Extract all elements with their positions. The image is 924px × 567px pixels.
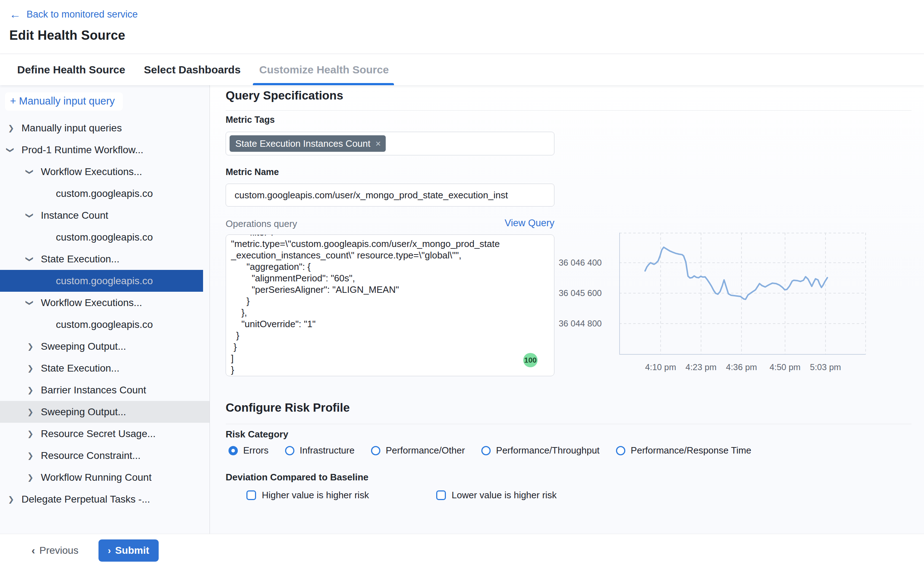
metric-tags-label: Metric Tags (225, 114, 275, 125)
metric-name-label: Metric Name (225, 167, 279, 177)
tree-item-instance-count[interactable]: ❯Instance Count (0, 204, 209, 226)
radio-icon[interactable] (285, 446, 294, 455)
radio-icon[interactable] (228, 446, 238, 455)
chevron-right-icon[interactable]: ❯ (27, 386, 41, 394)
tree-item-manually-input-queries[interactable]: ❯Manually input queries (0, 117, 209, 139)
tree-item-label: State Execution... (41, 363, 119, 374)
tree-item-label: Delegate Perpetual Tasks -... (21, 494, 150, 505)
tab-bar: Define Health SourceSelect DashboardsCus… (0, 54, 924, 85)
tree-item-label: Manually input queries (21, 122, 122, 134)
tree-item-state-execution[interactable]: ❯State Execution... (0, 248, 209, 270)
query-tree: ❯Manually input queries❯Prod-1 Runtime W… (0, 117, 209, 510)
metric-tag-chip[interactable]: State Execution Instances Count × (230, 135, 386, 152)
metric-series-line (645, 248, 827, 300)
metric-tags-input[interactable]: State Execution Instances Count × (225, 132, 554, 155)
tree-item-label: Instance Count (41, 210, 108, 221)
metric-name-input[interactable]: custom.googleapis.com/user/x_mongo_prod_… (225, 184, 554, 207)
query-sidebar: + Manually input query ❯Manually input q… (0, 85, 210, 534)
x-axis-tick-label: 5:03 pm (801, 362, 850, 372)
chevron-right-icon[interactable]: ❯ (27, 342, 41, 351)
chevron-right-icon[interactable]: ❯ (27, 452, 41, 460)
tree-item-label: custom.googleapis.co (56, 232, 153, 243)
tree-item-state-execution[interactable]: ❯State Execution... (0, 357, 209, 379)
line-chart-svg (619, 232, 866, 355)
tree-item-label: Barrier Instances Count (41, 384, 146, 396)
risk-radio-performance-throughput[interactable]: Performance/Throughput (481, 445, 599, 456)
tree-item-delegate-perpetual-tasks[interactable]: ❯Delegate Perpetual Tasks -... (0, 488, 209, 510)
tree-item-label: custom.googleapis.co (56, 319, 153, 330)
tab-customize-health-source[interactable]: Customize Health Source (259, 54, 389, 85)
chevron-down-icon[interactable]: ❯ (27, 298, 40, 307)
page-title: Edit Health Source (9, 28, 924, 43)
chevron-right-icon[interactable]: ❯ (27, 473, 41, 482)
radio-icon[interactable] (371, 446, 380, 455)
tab-define-health-source[interactable]: Define Health Source (17, 54, 125, 85)
higher-value-checkbox-item[interactable]: Higher value is higher risk (246, 490, 369, 501)
tree-item-barrier-instances-count[interactable]: ❯Barrier Instances Count (0, 379, 209, 401)
y-axis-tick-label: 36 046 400 (559, 258, 612, 268)
radio-label: Infrastructure (300, 445, 355, 456)
higher-value-checkbox[interactable] (246, 490, 256, 500)
lower-value-checkbox[interactable] (436, 490, 446, 500)
remove-tag-icon[interactable]: × (375, 139, 381, 148)
radio-icon[interactable] (481, 446, 491, 455)
y-axis-tick-label: 36 044 800 (559, 319, 612, 328)
tree-item-label: Workflow Executions... (41, 166, 142, 177)
query-specifications-heading: Query Specifications (225, 89, 343, 102)
risk-category-radio-group: ErrorsInfrastructurePerformance/OtherPer… (228, 445, 751, 456)
chevron-down-icon[interactable]: ❯ (27, 168, 40, 176)
page-header: ← Back to monitored service Edit Health … (0, 0, 924, 54)
tree-item-sweeping-output[interactable]: ❯Sweeping Output... (0, 335, 209, 357)
operations-query-textarea[interactable]: "filter": "metric.type=\"custom.googleap… (225, 234, 554, 376)
back-link-label: Back to monitored service (27, 9, 138, 20)
tree-item-custom-googleapis-co[interactable]: custom.googleapis.co (0, 314, 209, 335)
chevron-down-icon[interactable]: ❯ (27, 255, 40, 264)
tree-item-workflow-running-count[interactable]: ❯Workflow Running Count (0, 466, 209, 488)
tree-item-custom-googleapis-co[interactable]: custom.googleapis.co (0, 270, 203, 292)
tree-item-label: Sweeping Output... (41, 341, 126, 352)
chevron-right-icon[interactable]: ❯ (8, 495, 21, 504)
risk-radio-infrastructure[interactable]: Infrastructure (285, 445, 355, 456)
back-arrow-icon: ← (9, 9, 21, 20)
operations-query-text: "filter": "metric.type=\"custom.googleap… (231, 234, 549, 375)
datapoint-count-badge: 100 (523, 353, 538, 367)
tree-item-custom-googleapis-co[interactable]: custom.googleapis.co (0, 226, 209, 248)
section-divider (225, 110, 912, 111)
risk-category-label: Risk Category (225, 429, 288, 440)
content-area: + Manually input query ❯Manually input q… (0, 85, 924, 534)
metric-preview-chart: 36 046 40036 045 60036 044 8004:10 pm4:2… (559, 228, 877, 386)
tree-item-sweeping-output[interactable]: ❯Sweeping Output... (0, 401, 209, 423)
radio-icon[interactable] (616, 446, 625, 455)
chevron-left-icon: ‹ (32, 544, 35, 556)
submit-button[interactable]: › Submit (99, 539, 159, 562)
tree-item-label: custom.googleapis.co (56, 275, 153, 287)
chevron-down-icon[interactable]: ❯ (27, 211, 40, 220)
add-manual-query-button[interactable]: + Manually input query (5, 92, 123, 111)
back-link[interactable]: ← Back to monitored service (9, 9, 924, 20)
chevron-right-icon[interactable]: ❯ (8, 124, 21, 132)
tree-item-prod-1-runtime-workflow[interactable]: ❯Prod-1 Runtime Workflow... (0, 139, 209, 161)
tree-item-workflow-executions[interactable]: ❯Workflow Executions... (0, 161, 209, 183)
tree-item-resource-secret-usage[interactable]: ❯Resource Secret Usage... (0, 423, 209, 445)
wizard-footer: ‹ Previous › Submit (0, 534, 924, 567)
tab-select-dashboards[interactable]: Select Dashboards (144, 54, 241, 85)
risk-radio-performance-other[interactable]: Performance/Other (371, 445, 465, 456)
tree-item-workflow-executions[interactable]: ❯Workflow Executions... (0, 292, 209, 314)
previous-button[interactable]: ‹ Previous (32, 544, 78, 556)
edit-health-source-page: ← Back to monitored service Edit Health … (0, 0, 924, 567)
risk-radio-errors[interactable]: Errors (228, 445, 269, 456)
radio-label: Performance/Throughput (496, 445, 599, 456)
metric-tag-label: State Execution Instances Count (235, 138, 370, 149)
chevron-down-icon[interactable]: ❯ (7, 146, 21, 154)
chevron-right-icon[interactable]: ❯ (27, 429, 41, 438)
x-axis-tick-label: 4:36 pm (716, 362, 766, 372)
section-divider (225, 424, 912, 424)
submit-button-label: Submit (115, 545, 149, 556)
tree-item-custom-googleapis-co[interactable]: custom.googleapis.co (0, 183, 209, 204)
chevron-right-icon[interactable]: ❯ (27, 364, 41, 373)
lower-value-checkbox-item[interactable]: Lower value is higher risk (436, 490, 557, 501)
chevron-right-icon[interactable]: ❯ (27, 408, 41, 416)
tree-item-resource-constraint[interactable]: ❯Resource Constraint... (0, 445, 209, 466)
view-query-link[interactable]: View Query (225, 218, 554, 229)
risk-radio-performance-response-time[interactable]: Performance/Response Time (616, 445, 751, 456)
